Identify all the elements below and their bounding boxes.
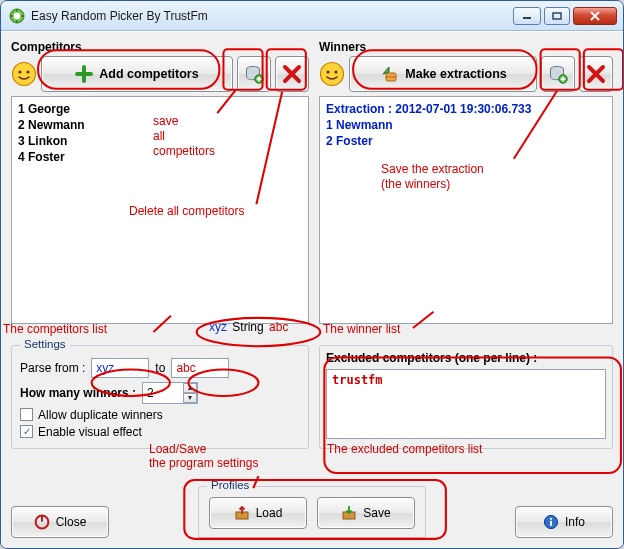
info-label: Info (565, 515, 585, 529)
load-label: Load (256, 506, 283, 520)
svg-point-1 (14, 12, 21, 19)
winners-panel: Winners (319, 40, 613, 339)
svg-point-11 (334, 70, 337, 73)
box-down-icon (341, 505, 357, 521)
svg-rect-2 (523, 17, 531, 19)
checkbox-icon: ✓ (20, 425, 33, 438)
svg-point-10 (326, 70, 329, 73)
database-save-icon (548, 64, 568, 84)
competitors-title: Competitors (11, 40, 309, 54)
info-button[interactable]: Info (515, 506, 613, 538)
delete-competitors-button[interactable] (275, 56, 309, 92)
svg-point-4 (13, 63, 36, 86)
svg-rect-3 (553, 13, 561, 19)
winners-title: Winners (319, 40, 613, 54)
add-competitors-label: Add competitors (99, 67, 198, 81)
svg-rect-21 (550, 521, 552, 526)
bottom-right: Info (438, 506, 613, 538)
winners-toolbar: Make extractions (319, 56, 613, 92)
how-many-label: How many winners : (20, 386, 136, 400)
excluded-frame: Excluded competitors (one per line) : (319, 345, 613, 449)
svg-point-9 (321, 63, 344, 86)
parse-to-label: to (155, 361, 165, 375)
competitors-toolbar: Add competitors (11, 56, 309, 92)
box-up-icon (234, 505, 250, 521)
parse-from-label: Parse from : (20, 361, 85, 375)
list-item: 2 Foster (326, 133, 606, 149)
parse-from-input[interactable] (91, 358, 149, 378)
bottom-bar: Close Profiles Lo (11, 471, 613, 538)
enable-visual-check[interactable]: ✓ Enable visual effect (20, 425, 300, 439)
close-label: Close (56, 515, 87, 529)
close-button[interactable]: Close (11, 506, 109, 538)
profiles-legend: Profiles (207, 479, 253, 491)
competitors-list[interactable]: 1 George 2 Newmann 3 Linkon 4 Foster (11, 96, 309, 324)
app-icon (9, 8, 25, 24)
enable-visual-label: Enable visual effect (38, 425, 142, 439)
example-abc: abc (269, 320, 288, 334)
client-area: Competitors Add competitors (1, 31, 623, 548)
titlebar: Easy Random Picker By TrustFm (1, 1, 623, 31)
list-item: 1 George (18, 101, 302, 117)
settings-panel: Settings Parse from : to How many winner… (11, 345, 309, 464)
make-extractions-label: Make extractions (405, 67, 506, 81)
list-item: 1 Newmann (326, 117, 606, 133)
settings-group: Settings Parse from : to How many winner… (11, 345, 309, 449)
allow-duplicate-check[interactable]: Allow duplicate winners (20, 408, 300, 422)
power-icon (34, 514, 50, 530)
list-item: 4 Foster (18, 149, 302, 165)
delete-icon (282, 64, 302, 84)
extraction-header: Extraction : 2012-07-01 19:30:06.733 (326, 101, 606, 117)
load-profile-button[interactable]: Load (209, 497, 307, 529)
how-many-row: How many winners : ▲▼ (20, 382, 300, 404)
window-title: Easy Random Picker By TrustFm (31, 9, 208, 23)
extract-icon (379, 65, 399, 83)
list-item: 2 Newmann (18, 117, 302, 133)
parse-row: Parse from : to (20, 358, 300, 378)
example-string: xyz String abc (209, 320, 288, 334)
parse-to-input[interactable] (171, 358, 229, 378)
save-competitors-button[interactable] (237, 56, 271, 92)
svg-rect-16 (41, 516, 43, 522)
allow-duplicate-label: Allow duplicate winners (38, 408, 163, 422)
smiley-icon (319, 61, 345, 87)
spinner-arrows[interactable]: ▲▼ (183, 383, 197, 403)
add-competitors-button[interactable]: Add competitors (41, 56, 233, 92)
bottom-left: Close (11, 506, 186, 538)
svg-point-20 (550, 518, 552, 520)
competitors-panel: Competitors Add competitors (11, 40, 309, 339)
settings-legend: Settings (20, 338, 70, 350)
save-winners-button[interactable] (541, 56, 575, 92)
plus-icon (75, 65, 93, 83)
maximize-button[interactable] (544, 7, 570, 25)
database-save-icon (244, 64, 264, 84)
excluded-panel: Excluded competitors (one per line) : (319, 345, 613, 464)
delete-winners-button[interactable] (579, 56, 613, 92)
make-extractions-button[interactable]: Make extractions (349, 56, 537, 92)
checkbox-icon (20, 408, 33, 421)
save-profile-button[interactable]: Save (317, 497, 415, 529)
excluded-textarea[interactable] (326, 369, 606, 439)
window-controls (513, 7, 617, 25)
minimize-button[interactable] (513, 7, 541, 25)
how-many-spinner[interactable]: ▲▼ (142, 382, 198, 404)
info-icon (543, 514, 559, 530)
profiles-panel: Profiles Load (198, 486, 426, 538)
delete-icon (586, 64, 606, 84)
svg-point-6 (26, 70, 29, 73)
application-window: Easy Random Picker By TrustFm Competitor… (0, 0, 624, 549)
example-xyz: xyz (209, 320, 227, 334)
smiley-icon (11, 61, 37, 87)
save-label: Save (363, 506, 390, 520)
list-item: 3 Linkon (18, 133, 302, 149)
example-word: String (230, 320, 265, 334)
excluded-title: Excluded competitors (one per line) : (326, 351, 606, 365)
winners-list[interactable]: Extraction : 2012-07-01 19:30:06.733 1 N… (319, 96, 613, 324)
svg-point-5 (18, 70, 21, 73)
close-window-button[interactable] (573, 7, 617, 25)
